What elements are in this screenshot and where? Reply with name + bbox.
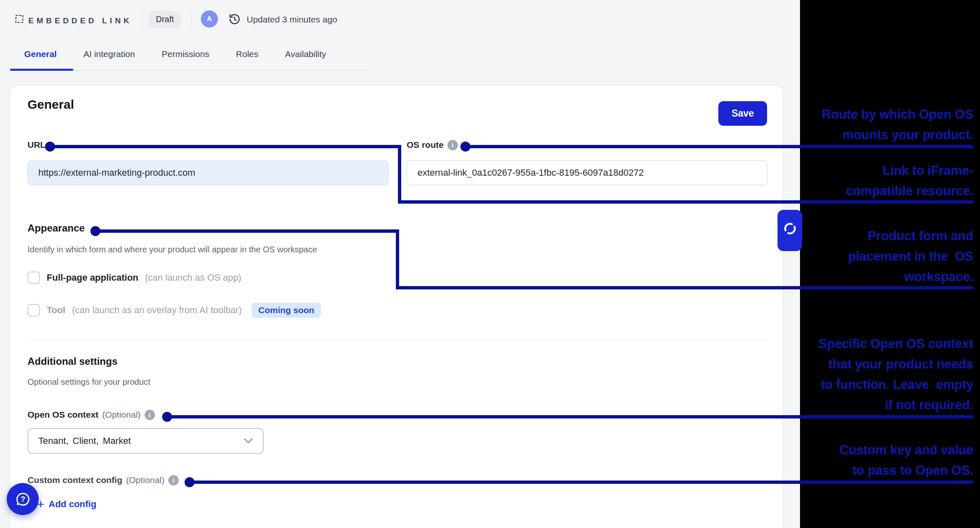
tab-availability[interactable]: Availability [285, 49, 326, 59]
header-divider [142, 10, 142, 28]
url-input[interactable] [28, 160, 388, 185]
coming-soon-badge: Coming soon [252, 303, 321, 318]
tab-bar: General AI integration Permissions Roles… [24, 49, 326, 59]
add-config-label: Add config [49, 499, 97, 510]
appearance-option-fullpage: Full-page application (can launch as OS … [28, 271, 241, 284]
appearance-title: Appearance [28, 222, 85, 234]
connector-dot-os-route [460, 142, 470, 152]
appearance-subtitle: Identify in which form and where your pr… [28, 245, 317, 254]
connector-line-appearance-h1 [95, 229, 399, 233]
os-route-label-row: OS route i [407, 139, 458, 151]
info-icon[interactable]: i [448, 140, 458, 150]
info-icon[interactable]: i [168, 475, 179, 486]
history-icon [228, 12, 241, 26]
status-badge: Draft [149, 11, 181, 28]
connector-line-appearance-h2 [396, 286, 973, 289]
general-settings-card: General Save URL OS route i Appearance I… [10, 85, 783, 528]
updated-timestamp: Updated 3 minutes ago [247, 15, 337, 25]
connector-dot-open-os-context [162, 412, 172, 422]
app-logo-title: EMBEDDED LINK [28, 16, 132, 25]
os-route-label: OS route [407, 140, 444, 150]
connector-dot-custom-context [185, 477, 195, 487]
tab-general[interactable]: General [24, 49, 57, 59]
tool-checkbox[interactable] [28, 304, 40, 316]
annotation-url: Link to iFrame- compatible resource. [846, 160, 973, 201]
help-button[interactable]: ? [7, 483, 39, 515]
appearance-option-tool: Tool (can launch as an overlay from AI t… [28, 303, 321, 318]
section-divider [28, 340, 768, 341]
custom-context-label: Custom context config [28, 475, 122, 485]
additional-settings-subtitle: Optional settings for your product [28, 377, 150, 387]
open-os-context-label-row: Open OS context (Optional) i [28, 409, 155, 421]
open-os-context-label: Open OS context [28, 410, 98, 420]
embedded-link-logo-icon [15, 15, 24, 23]
optional-hint: (Optional) [102, 410, 140, 420]
tab-roles[interactable]: Roles [236, 49, 258, 59]
tab-ai-integration[interactable]: AI integration [83, 49, 135, 59]
tool-label: Tool [47, 305, 65, 316]
avatar[interactable]: A [201, 10, 218, 27]
svg-text:?: ? [20, 495, 25, 503]
open-os-context-select[interactable]: Tenant, Client, Market [28, 428, 264, 454]
help-bubble-icon: ? [14, 491, 32, 508]
open-os-context-value: Tenant, Client, Market [38, 436, 131, 446]
save-button[interactable]: Save [718, 101, 767, 126]
connector-dot-url [45, 142, 55, 152]
annotation-open-os-context: Specific Open OS context that your produ… [818, 334, 973, 415]
info-icon[interactable]: i [145, 410, 155, 420]
fullpage-checkbox[interactable] [28, 271, 40, 284]
connector-line-custom-context [190, 481, 973, 484]
header-divider [191, 10, 191, 28]
connector-line-url-h2 [398, 200, 973, 204]
url-label-row: URL [28, 139, 45, 151]
optional-hint: (Optional) [126, 475, 165, 485]
sync-button[interactable] [778, 210, 802, 251]
header: EMBEDDED LINK Draft A Updated 3 minutes … [0, 5, 792, 39]
chevron-down-icon [244, 438, 253, 444]
connector-dot-appearance [90, 226, 100, 236]
annotation-custom-context: Custom key and value to pass to Open OS. [840, 440, 973, 481]
page-title: General [28, 97, 74, 112]
fullpage-label: Full-page application [47, 272, 138, 283]
connector-line-open-os-context [167, 415, 973, 418]
annotation-appearance: Product form and placement in the OS wor… [848, 226, 973, 287]
app-screen: EMBEDDED LINK Draft A Updated 3 minutes … [0, 0, 980, 528]
tabs-active-indicator [10, 69, 73, 71]
connector-line-appearance-v [396, 229, 399, 289]
additional-settings-title: Additional settings [28, 356, 118, 367]
connector-line-url-v [398, 145, 401, 204]
add-config-button[interactable]: + Add config [37, 498, 96, 511]
os-route-input[interactable] [407, 160, 768, 185]
fullpage-hint: (can launch as OS app) [145, 272, 241, 283]
annotation-os-route: Route by which Open OS mounts your produ… [822, 104, 973, 145]
connector-line-os-route [465, 145, 973, 148]
sync-icon [780, 219, 799, 238]
url-label: URL [28, 140, 45, 150]
custom-context-label-row: Custom context config (Optional) i [28, 474, 179, 486]
tab-permissions[interactable]: Permissions [162, 49, 209, 59]
tool-hint: (can launch as an overlay from AI toolba… [72, 305, 242, 316]
connector-line-url-h1 [50, 145, 401, 148]
